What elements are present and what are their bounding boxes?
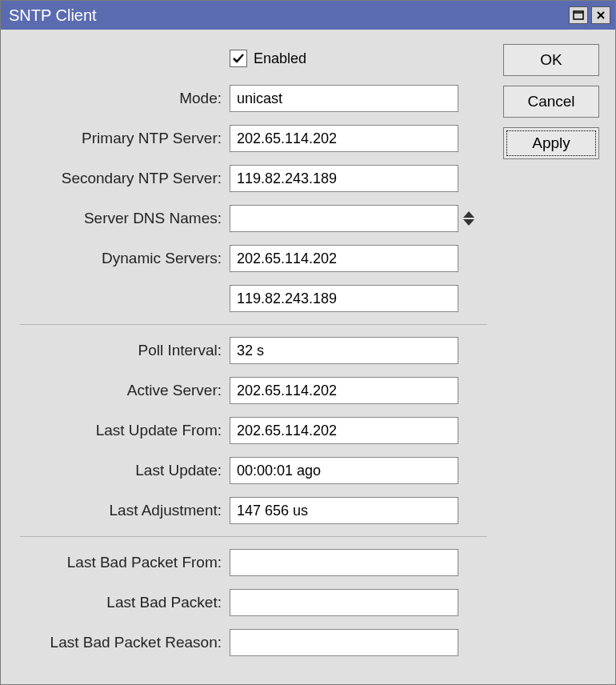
last-adjustment-label: Last Adjustment: xyxy=(20,502,230,519)
enabled-checkbox[interactable]: Enabled xyxy=(230,50,306,67)
active-server-field xyxy=(230,377,458,404)
close-button[interactable] xyxy=(591,6,610,24)
last-update-from-label: Last Update From: xyxy=(20,422,230,439)
server-dns-label: Server DNS Names: xyxy=(20,210,230,227)
last-bad-packet-field xyxy=(230,589,458,616)
chevron-up-icon xyxy=(463,211,474,218)
ok-button[interactable]: OK xyxy=(503,44,599,76)
last-bad-packet-from-label: Last Bad Packet From: xyxy=(20,554,230,571)
primary-ntp-label: Primary NTP Server: xyxy=(20,130,230,147)
poll-interval-field xyxy=(230,337,458,364)
primary-ntp-input[interactable] xyxy=(230,125,458,152)
mode-input[interactable] xyxy=(230,85,458,112)
dynamic-server-0 xyxy=(230,245,458,272)
client-area: Enabled Mode: Primary NTP Server: xyxy=(1,30,615,684)
cancel-button[interactable]: Cancel xyxy=(503,86,599,118)
last-bad-packet-reason-field xyxy=(230,629,458,656)
checkbox-icon xyxy=(230,50,247,67)
secondary-ntp-label: Secondary NTP Server: xyxy=(20,170,230,187)
dns-spinner[interactable] xyxy=(463,211,474,226)
apply-button[interactable]: Apply xyxy=(503,127,599,159)
button-column: OK Cancel Apply xyxy=(503,44,599,159)
last-update-field xyxy=(230,457,458,484)
mode-label: Mode: xyxy=(20,90,230,107)
last-adjustment-field xyxy=(230,497,458,524)
sntp-client-window: SNTP Client xyxy=(0,0,616,685)
detach-button[interactable] xyxy=(569,6,588,24)
dynamic-server-1 xyxy=(230,285,458,312)
last-update-from-field xyxy=(230,417,458,444)
secondary-ntp-input[interactable] xyxy=(230,165,458,192)
last-bad-packet-from-field xyxy=(230,549,458,576)
last-bad-packet-reason-label: Last Bad Packet Reason: xyxy=(20,634,230,651)
separator xyxy=(20,536,487,537)
form-area: Enabled Mode: Primary NTP Server: xyxy=(20,44,487,668)
window-title: SNTP Client xyxy=(9,6,566,25)
last-bad-packet-label: Last Bad Packet: xyxy=(20,594,230,611)
titlebar: SNTP Client xyxy=(1,1,615,30)
server-dns-input[interactable] xyxy=(230,205,458,232)
separator xyxy=(20,324,487,325)
last-update-label: Last Update: xyxy=(20,462,230,479)
chevron-down-icon xyxy=(463,219,474,226)
active-server-label: Active Server: xyxy=(20,382,230,399)
dynamic-servers-label: Dynamic Servers: xyxy=(20,250,230,267)
enabled-label: Enabled xyxy=(254,50,306,67)
poll-interval-label: Poll Interval: xyxy=(20,342,230,359)
